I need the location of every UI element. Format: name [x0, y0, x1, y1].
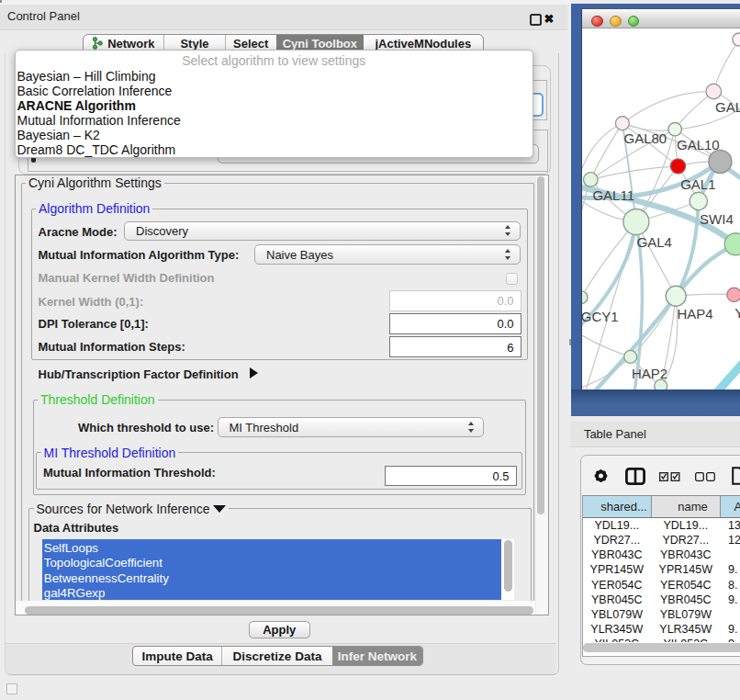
svg-text:GAL2: GAL2	[715, 99, 740, 115]
svg-text:GAL1: GAL1	[680, 176, 715, 192]
svg-text:GAL80: GAL80	[624, 131, 667, 147]
svg-text:HAP2: HAP2	[632, 366, 667, 381]
svg-text:GAL4: GAL4	[637, 234, 672, 250]
svg-text:GAL11: GAL11	[592, 187, 634, 203]
svg-text:GCY1: GCY1	[582, 309, 619, 324]
svg-text:Y: Y	[734, 305, 740, 321]
svg-text:SWI4: SWI4	[700, 211, 734, 227]
svg-text:GAL10: GAL10	[677, 138, 720, 153]
svg-text:HAP4: HAP4	[678, 306, 713, 322]
